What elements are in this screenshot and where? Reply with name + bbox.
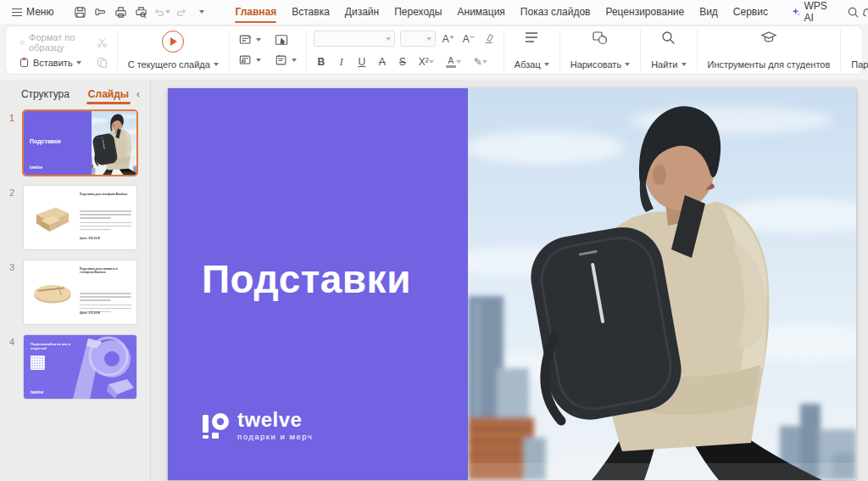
font-family-combobox[interactable]	[314, 31, 395, 47]
slide-number: 1	[0, 111, 24, 175]
find-button[interactable]: Найти	[648, 30, 689, 70]
font-color-button[interactable]: A	[442, 54, 465, 70]
slide-number: 3	[0, 260, 24, 324]
bold-button[interactable]: B	[314, 54, 329, 70]
tab-animatsiya[interactable]: Анимация	[451, 3, 512, 21]
paste-button[interactable]: Вставить	[16, 55, 84, 70]
tab-vstavka[interactable]: Вставка	[285, 3, 337, 21]
options-button[interactable]: Параметры	[848, 30, 868, 70]
paste-caret-icon	[76, 61, 81, 64]
slide-4-thumbnail[interactable]: Подписывайся на нас в соцсетях! twelve	[24, 335, 136, 399]
qr-code	[31, 355, 45, 370]
strike-a-button[interactable]: A	[375, 54, 390, 70]
format-painter-button[interactable]: Формат по образцу	[16, 31, 84, 54]
slide-3-thumbnail[interactable]: Подставка для планшета и телефона Bamboo…	[24, 260, 136, 324]
paragraph-group: Абзац	[504, 30, 560, 70]
copy-icon[interactable]	[94, 55, 110, 70]
highlight-button[interactable]: ✎	[470, 54, 492, 70]
slide-canvas[interactable]: Подставки twelve подарки и мерч	[151, 80, 868, 481]
collapse-sidebar-icon[interactable]: ‹	[136, 87, 140, 100]
underline-button[interactable]: U	[354, 54, 370, 70]
thumb-logo: twelve	[30, 165, 42, 170]
save-icon[interactable]	[70, 3, 89, 20]
thumb-title: Подставки	[30, 138, 61, 144]
ribbon: Формат по образцу Вставить	[0, 24, 868, 80]
menu-label: Меню	[26, 6, 53, 18]
logo-name: twelve	[237, 411, 313, 429]
font-group: A⁺ A⁻ B I U A S X²	[307, 30, 504, 70]
logo-tagline: подарки и мерч	[237, 432, 313, 441]
slide-thumbnail-row-2: 2 Подставка для телефона Bamboo	[0, 186, 150, 249]
wps-ai-button[interactable]: WPS AI	[787, 0, 835, 27]
tab-glavnaya[interactable]: Главная	[228, 3, 283, 21]
shapes-icon	[592, 31, 609, 45]
wps-ai-label: WPS AI	[804, 0, 830, 24]
student-tools-button[interactable]: Инструменты для студентов	[704, 30, 834, 70]
more-commands-icon[interactable]	[192, 3, 211, 20]
tab-perekhody[interactable]: Переходы	[387, 3, 448, 21]
increase-font-button[interactable]: A⁺	[441, 31, 456, 47]
paste-icon	[19, 57, 30, 68]
design-check-button[interactable]	[272, 53, 299, 68]
hamburger-icon	[12, 8, 22, 16]
student-tools-group: Инструменты для студентов	[698, 30, 842, 70]
menu-button[interactable]: Меню	[7, 4, 58, 20]
draw-group: Нарисовать	[560, 30, 641, 70]
cut-icon[interactable]	[94, 36, 110, 50]
find-group: Найти	[641, 30, 697, 70]
wps-ai-sparkle-icon	[792, 6, 800, 18]
options-group: Параметры	[841, 30, 868, 70]
tab-retsenzirovanie[interactable]: Рецензирование	[598, 3, 691, 21]
paragraph-icon	[524, 31, 539, 44]
slide-photo	[468, 88, 856, 480]
search-icon[interactable]	[847, 3, 860, 20]
slide-title[interactable]: Подставки	[202, 256, 411, 302]
undo-icon[interactable]	[152, 3, 170, 20]
play-from-current-button[interactable]: С текущего слайда	[125, 30, 222, 70]
draw-button[interactable]: Нарисовать	[567, 30, 633, 70]
slide-layout-button[interactable]	[236, 53, 264, 68]
paragraph-button[interactable]: Абзац	[511, 30, 553, 70]
ribbon-tabs: Главная Вставка Дизайн Переходы Анимация…	[228, 3, 775, 21]
new-slide-button[interactable]	[236, 32, 264, 48]
play-icon	[162, 31, 184, 53]
thumb-caption: Подписывайся на нас в соцсетях!	[31, 342, 86, 350]
clipboard-group: Формат по образцу Вставить	[9, 30, 118, 70]
export-icon[interactable]	[91, 3, 109, 20]
slide-2-thumbnail[interactable]: Подставка для телефона Bamboo Цена: 350,…	[24, 186, 136, 249]
play-caret-icon	[214, 63, 219, 66]
redo-icon[interactable]	[172, 3, 191, 20]
slide-purple-panel: Подставки twelve подарки и мерч	[168, 88, 468, 480]
font-size-combobox[interactable]	[400, 31, 436, 47]
thumb-heading: Подставка для планшета и телефона Bamboo	[80, 267, 131, 274]
tab-dizayn[interactable]: Дизайн	[338, 3, 386, 21]
sidebar-tab-structure[interactable]: Структура	[19, 85, 71, 103]
print-preview-icon[interactable]	[131, 3, 150, 20]
wooden-stand-image	[31, 276, 75, 310]
tab-vid[interactable]: Вид	[693, 3, 725, 21]
slide-1-thumbnail[interactable]: Подставки twelve	[24, 111, 136, 175]
italic-button[interactable]: I	[334, 54, 349, 70]
slide-thumbnail-row-4: 4 Подписывайся на нас в соцсетях! twelve	[0, 335, 150, 399]
titlebar: Меню Главн	[0, 0, 868, 24]
slide-thumbnail-row-1: 1 Подставки twelve	[0, 111, 150, 175]
slide-thumbnail-row-3: 3 Подставка для планшета и телефона Bamb…	[0, 260, 150, 324]
superscript-button[interactable]: X²	[415, 54, 437, 70]
twelve-logo: twelve подарки и мерч	[200, 411, 313, 441]
tab-servis[interactable]: Сервис	[726, 3, 775, 21]
thumb-heading: Подставка для телефона Bamboo	[80, 193, 131, 196]
current-slide[interactable]: Подставки twelve подарки и мерч	[168, 88, 856, 480]
sidebar-tab-slides[interactable]: Слайды	[86, 85, 131, 103]
clear-format-icon[interactable]	[481, 31, 497, 47]
print-icon[interactable]	[111, 3, 130, 20]
tab-pokaz-slaydov[interactable]: Показ слайдов	[514, 3, 598, 21]
find-icon	[661, 31, 676, 45]
select-slide-button[interactable]	[272, 32, 299, 48]
cloud-sync-icon[interactable]	[860, 3, 868, 20]
thumb-logo: twelve	[31, 389, 43, 394]
strikethrough-button[interactable]: S	[395, 54, 410, 70]
slides-group	[230, 30, 307, 70]
undo-caret-icon	[165, 10, 170, 14]
decrease-font-button[interactable]: A⁻	[461, 31, 476, 47]
thumb-price: Цена: 375,00 ₽	[80, 311, 131, 315]
